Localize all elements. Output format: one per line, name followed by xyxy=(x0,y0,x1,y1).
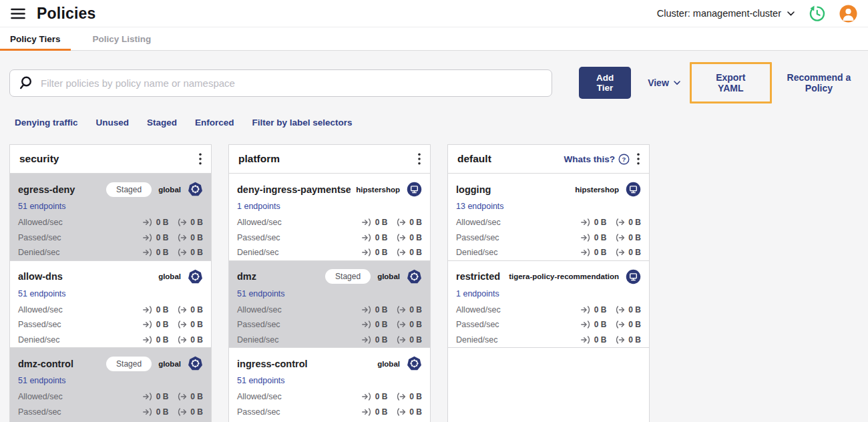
egress-rate-value: 0 B xyxy=(190,218,203,227)
endpoints-link[interactable]: 51 endpoints xyxy=(237,376,285,385)
filter-link-unused[interactable]: Unused xyxy=(96,118,130,128)
egress-rate: 0 B xyxy=(615,233,641,242)
egress-rate-value: 0 B xyxy=(190,407,203,417)
endpoints-link[interactable]: 51 endpoints xyxy=(237,289,285,298)
egress-arrow-icon xyxy=(177,321,187,329)
policy-card-dmz-control[interactable]: dmz-control Staged global xyxy=(10,348,211,422)
egress-rate-value: 0 B xyxy=(190,335,203,345)
policy-metrics: Allowed/sec 0 B 0 B Passed/sec 0 B 0 B D… xyxy=(18,215,203,260)
ingress-rate-value: 0 B xyxy=(594,248,607,257)
policy-metrics: Allowed/sec 0 B 0 B Passed/sec 0 B 0 B D… xyxy=(237,302,422,348)
policy-scope-label: global xyxy=(377,272,400,280)
export-yaml-highlight-box: Export YAML xyxy=(690,62,772,103)
policy-metrics: Allowed/sec 0 B 0 B Passed/sec 0 B 0 B D… xyxy=(18,302,203,348)
hamburger-menu-button[interactable] xyxy=(11,8,25,19)
egress-rate: 0 B xyxy=(177,233,203,242)
filter-link-filter-by-label-selectors[interactable]: Filter by label selectors xyxy=(252,118,353,128)
ingress-arrow-icon xyxy=(581,234,591,242)
endpoints-link[interactable]: 13 endpoints xyxy=(456,202,504,211)
policy-scope-label: tigera-policy-recommendation xyxy=(509,272,619,280)
ingress-arrow-icon xyxy=(143,393,153,401)
ingress-arrow-icon xyxy=(362,218,372,226)
ingress-arrow-icon xyxy=(581,336,591,344)
egress-arrow-icon xyxy=(615,218,625,226)
policy-scope-label: global xyxy=(158,272,181,280)
metric-label: Passed/sec xyxy=(18,407,61,417)
staged-badge: Staged xyxy=(325,269,371,284)
ingress-rate: 0 B xyxy=(581,320,607,329)
policy-card-dmz[interactable]: dmz Staged global xyxy=(229,261,430,349)
endpoints-link[interactable]: 1 endpoints xyxy=(237,202,280,211)
policy-card-egress-deny[interactable]: egress-deny Staged global xyxy=(10,174,211,261)
endpoints-link[interactable]: 1 endpoints xyxy=(456,289,499,298)
metric-row: Denied/sec 0 B 0 B xyxy=(18,245,203,260)
tier-column-platform: platform deny-ingress-paymentservi… hips… xyxy=(228,144,431,422)
policy-card-ingress-control[interactable]: ingress-control global xyxy=(229,348,430,422)
ingress-rate: 0 B xyxy=(581,233,607,242)
policy-name: dmz xyxy=(237,271,320,282)
egress-arrow-icon xyxy=(177,336,187,344)
history-button[interactable] xyxy=(808,5,826,23)
tier-menu-button[interactable] xyxy=(418,153,421,165)
egress-arrow-icon xyxy=(177,248,187,256)
export-yaml-button[interactable]: Export YAML xyxy=(706,72,755,93)
metric-label: Denied/sec xyxy=(18,335,60,345)
tier-menu-button[interactable] xyxy=(637,153,640,165)
kubernetes-global-icon xyxy=(407,269,422,284)
tier-name: default xyxy=(457,153,491,165)
search-input[interactable] xyxy=(41,77,543,89)
endpoints-link[interactable]: 51 endpoints xyxy=(18,202,66,211)
metric-row: Denied/sec 0 B 0 B xyxy=(456,333,641,348)
metric-row: Allowed/sec 0 B 0 B xyxy=(237,302,422,318)
egress-rate: 0 B xyxy=(396,320,422,329)
tier-header: security xyxy=(10,145,211,174)
egress-arrow-icon xyxy=(615,321,625,329)
whats-this-link[interactable]: Whats this? ? xyxy=(564,154,630,165)
policy-name: allow-dns xyxy=(18,271,153,282)
policy-metrics: Allowed/sec 0 B 0 B Passed/sec 0 B 0 B D… xyxy=(237,215,422,260)
metric-row: Allowed/sec 0 B 0 B xyxy=(456,302,641,318)
filter-link-enforced[interactable]: Enforced xyxy=(195,118,234,128)
filter-link-staged[interactable]: Staged xyxy=(147,118,177,128)
cluster-selector[interactable]: Cluster: management-cluster xyxy=(657,8,795,19)
recommend-policy-button[interactable]: Recommend a Policy xyxy=(779,72,859,93)
namespace-icon xyxy=(407,182,422,197)
policy-card-restricted[interactable]: restricted tigera-policy-recommendation … xyxy=(448,261,649,349)
egress-arrow-icon xyxy=(177,393,187,401)
tab-policy-tiers[interactable]: Policy Tiers xyxy=(0,27,71,50)
tier-name: security xyxy=(19,153,59,165)
kebab-menu-icon xyxy=(199,153,202,165)
egress-rate-value: 0 B xyxy=(409,218,422,227)
policy-card-deny-ingress-paymentservi[interactable]: deny-ingress-paymentservi… hipstershop 1… xyxy=(229,174,430,261)
endpoints-link[interactable]: 51 endpoints xyxy=(18,376,66,385)
ingress-rate-value: 0 B xyxy=(594,335,607,345)
kubernetes-global-icon xyxy=(188,269,203,284)
policy-list: logging hipstershop 13 endpoints Allowed… xyxy=(448,174,649,348)
metric-label: Passed/sec xyxy=(456,320,499,329)
ingress-arrow-icon xyxy=(362,234,372,242)
egress-rate: 0 B xyxy=(396,305,422,314)
egress-arrow-icon xyxy=(396,393,406,401)
user-avatar-button[interactable] xyxy=(839,5,857,23)
ingress-rate-value: 0 B xyxy=(375,335,388,345)
ingress-rate-value: 0 B xyxy=(375,305,388,314)
tier-menu-button[interactable] xyxy=(199,153,202,165)
egress-rate: 0 B xyxy=(615,218,641,227)
tab-policy-listing-label: Policy Listing xyxy=(93,34,152,44)
metric-row: Denied/sec 0 B 0 B xyxy=(237,333,422,348)
metric-row: Passed/sec 0 B 0 B xyxy=(456,317,641,333)
egress-arrow-icon xyxy=(396,248,406,256)
ingress-rate: 0 B xyxy=(362,305,388,314)
tab-policy-listing[interactable]: Policy Listing xyxy=(83,27,162,50)
search-icon xyxy=(19,75,33,90)
egress-rate: 0 B xyxy=(615,320,641,329)
policy-list: deny-ingress-paymentservi… hipstershop 1… xyxy=(229,174,430,422)
view-button[interactable]: View xyxy=(648,77,680,88)
policy-card-logging[interactable]: logging hipstershop 13 endpoints Allowed… xyxy=(448,174,649,261)
endpoints-link[interactable]: 51 endpoints xyxy=(18,289,66,298)
filter-link-denying-traffic[interactable]: Denying traffic xyxy=(15,118,78,128)
policy-card-allow-dns[interactable]: allow-dns global xyxy=(10,261,211,349)
add-tier-button[interactable]: Add Tier xyxy=(579,67,631,99)
ingress-rate: 0 B xyxy=(143,218,169,227)
main-content: Add Tier View Export YAML Recommend a Po… xyxy=(0,51,868,422)
